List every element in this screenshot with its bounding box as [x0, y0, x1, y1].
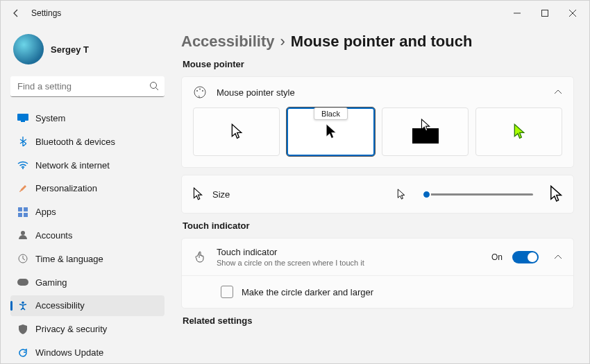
person-icon [17, 229, 28, 241]
touch-label: Touch indicator [217, 247, 364, 257]
apps-icon [17, 207, 28, 218]
clock-icon [17, 253, 28, 264]
svg-rect-6 [17, 114, 28, 121]
tooltip: Black [314, 107, 348, 120]
touch-sublabel: Show a circle on the screen where I touc… [217, 259, 364, 267]
svg-rect-11 [18, 213, 22, 217]
sidebar-item-label: Bluetooth & devices [35, 137, 115, 147]
touch-indicator-card: Touch indicator Show a circle on the scr… [181, 238, 574, 309]
size-label: Size [212, 189, 230, 200]
svg-point-8 [22, 168, 24, 169]
cursor-large-icon [550, 185, 562, 203]
breadcrumb: Accessibility › Mouse pointer and touch [181, 33, 574, 51]
gamepad-icon [17, 277, 28, 288]
touch-toggle[interactable] [512, 251, 539, 263]
shield-icon [17, 324, 28, 335]
brush-icon [17, 183, 28, 194]
checkbox[interactable] [221, 286, 233, 298]
breadcrumb-parent[interactable]: Accessibility [181, 33, 275, 51]
sidebar-item-accounts[interactable]: Accounts [10, 225, 165, 246]
svg-rect-7 [21, 121, 25, 122]
search-icon [149, 81, 159, 91]
avatar [13, 34, 44, 64]
section-related: Related settings [183, 315, 574, 326]
svg-rect-1 [542, 10, 548, 17]
sidebar-item-apps[interactable]: Apps [10, 201, 165, 223]
sidebar-item-accessibility[interactable]: Accessibility [10, 295, 165, 317]
section-mouse-pointer: Mouse pointer [183, 59, 574, 69]
chevron-up-icon [554, 254, 562, 260]
svg-point-4 [151, 83, 157, 89]
cursor-icon [193, 187, 203, 201]
svg-point-19 [199, 89, 201, 90]
pointer-style-inverted[interactable] [382, 107, 469, 156]
page-title: Mouse pointer and touch [291, 33, 473, 51]
pointer-style-card: Mouse pointer style Black [181, 76, 574, 168]
minimize-button[interactable] [503, 2, 531, 24]
pointer-style-custom[interactable] [475, 107, 562, 156]
pointer-style-black[interactable]: Black [287, 107, 375, 156]
size-slider[interactable] [422, 193, 533, 196]
section-touch-indicator: Touch indicator [183, 220, 574, 231]
svg-rect-9 [18, 207, 22, 211]
toggle-state: On [491, 252, 503, 262]
chevron-right-icon: › [280, 33, 285, 51]
sidebar-item-label: Windows Update [35, 347, 103, 358]
sidebar-item-system[interactable]: System [10, 107, 165, 129]
system-icon [17, 112, 28, 123]
svg-point-16 [22, 302, 24, 304]
accessibility-icon [17, 300, 28, 311]
chevron-up-icon [554, 89, 562, 95]
sidebar-item-label: Gaming [35, 277, 67, 288]
pointer-style-label: Mouse pointer style [217, 87, 295, 98]
svg-point-17 [194, 87, 205, 98]
svg-point-18 [196, 90, 198, 92]
sidebar-item-label: Time & language [35, 254, 103, 264]
sidebar-item-network[interactable]: Network & internet [10, 155, 165, 176]
darker-larger-row[interactable]: Make the circle darker and larger [182, 275, 573, 308]
back-button[interactable] [3, 1, 28, 26]
maximize-button[interactable] [531, 2, 559, 24]
close-button[interactable] [559, 2, 587, 24]
sidebar: Sergey T System Bluetooth & devices Netw… [1, 26, 169, 363]
palette-icon [193, 85, 207, 99]
sidebar-item-label: Apps [35, 207, 56, 217]
svg-rect-12 [24, 213, 28, 217]
svg-rect-15 [17, 279, 28, 286]
main-content: Accessibility › Mouse pointer and touch … [169, 26, 589, 363]
svg-point-13 [21, 231, 25, 235]
sidebar-item-privacy[interactable]: Privacy & security [10, 318, 165, 340]
darker-larger-label: Make the circle darker and larger [242, 287, 373, 297]
pointer-style-header[interactable]: Mouse pointer style [182, 77, 573, 107]
sidebar-item-bluetooth[interactable]: Bluetooth & devices [10, 131, 165, 153]
search-box[interactable] [10, 76, 165, 97]
user-profile[interactable]: Sergey T [10, 34, 165, 64]
sidebar-item-personalization[interactable]: Personalization [10, 177, 165, 199]
search-input[interactable] [10, 76, 165, 97]
update-icon [17, 347, 28, 358]
touch-indicator-header[interactable]: Touch indicator Show a circle on the scr… [182, 239, 573, 275]
cursor-small-icon [397, 189, 405, 200]
bluetooth-icon [17, 136, 28, 147]
size-card: Size [181, 175, 574, 214]
wifi-icon [17, 159, 28, 171]
sidebar-item-label: Accessibility [35, 300, 85, 311]
window-title: Settings [31, 8, 503, 18]
touch-icon [193, 250, 207, 264]
titlebar: Settings [1, 1, 589, 26]
pointer-style-white[interactable] [193, 107, 280, 156]
svg-line-5 [156, 88, 159, 91]
svg-rect-10 [24, 207, 28, 211]
sidebar-item-label: Privacy & security [35, 324, 107, 334]
svg-point-20 [202, 90, 203, 92]
user-name: Sergey T [51, 44, 89, 55]
sidebar-item-label: Accounts [35, 230, 72, 241]
sidebar-item-label: Network & internet [35, 160, 110, 171]
sidebar-item-label: System [35, 113, 65, 123]
sidebar-item-label: Personalization [35, 183, 97, 193]
sidebar-item-update[interactable]: Windows Update [10, 342, 165, 363]
sidebar-item-time[interactable]: Time & language [10, 248, 165, 270]
sidebar-item-gaming[interactable]: Gaming [10, 272, 165, 293]
